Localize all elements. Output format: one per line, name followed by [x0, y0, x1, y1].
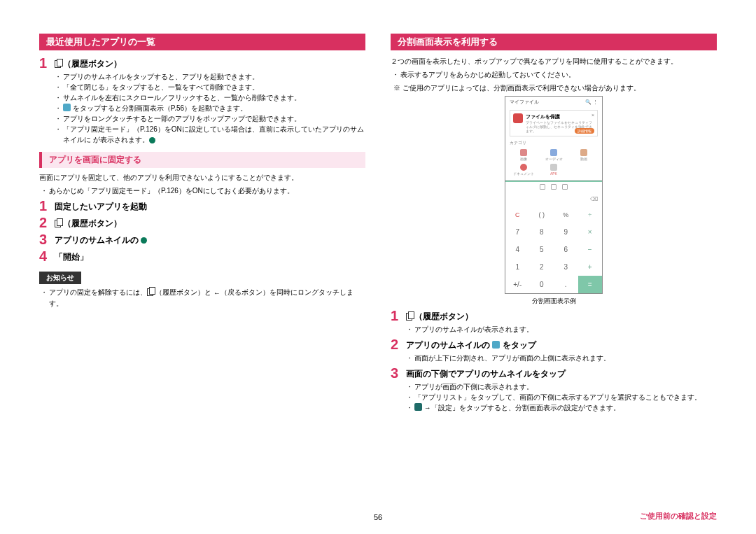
- step-title: 「開始」: [55, 251, 88, 263]
- calculator: ⌫ C( )%÷ 789× 456− 123+ +/-0.=: [505, 192, 602, 293]
- pin-step-3: 3アプリのサムネイルの: [39, 232, 365, 246]
- step-title: 画面の下側でアプリのサムネイルをタップ: [406, 368, 566, 380]
- step-number: 1: [391, 309, 406, 323]
- pin-prereq: あらかじめ「アプリ固定モード」（P.126）をONにしておく必要があります。: [42, 185, 365, 196]
- step-number: 1: [39, 199, 55, 213]
- bullet: 「全て閉じる」をタップすると、一覧をすべて削除できます。: [56, 82, 365, 92]
- section-footer: ご使用前の確認と設定: [640, 511, 717, 521]
- dock: [505, 182, 602, 192]
- bullet: アプリが画面の下側に表示されます。: [407, 381, 717, 392]
- bullet: あらかじめ「アプリ固定モード」（P.126）をONにしておく必要があります。: [42, 185, 365, 196]
- step-number: 2: [391, 337, 406, 351]
- bullet: 「アプリリスト」をタップして、画面の下側に表示するアプリを選択することもできます…: [407, 392, 717, 402]
- step-number: 3: [39, 232, 55, 246]
- pin-dot-icon: [141, 237, 147, 244]
- split-step-2: 2アプリのサムネイルの をタップ: [391, 337, 717, 351]
- menu-icon: [414, 403, 422, 411]
- bullet: 表示するアプリをあらかじめ起動しておいてください。: [393, 69, 717, 80]
- notice-label: お知らせ: [39, 272, 81, 284]
- bullet: 画面が上下に分割され、アプリが画面の上側に表示されます。: [407, 353, 717, 363]
- bullet: アプリをロングタッチすると一部のアプリをポップアップで起動できます。: [56, 113, 365, 124]
- step-title: 固定したいアプリを起動: [55, 201, 147, 213]
- close-icon: ×: [592, 113, 594, 118]
- split-step-1: 1（履歴ボタン）: [391, 309, 717, 323]
- step-number: 4: [39, 249, 55, 263]
- notice-box: お知らせ アプリの固定を解除するには、（履歴ボタン）と （戻るボタン）を同時にロ…: [39, 265, 365, 309]
- split-step-3: 3画面の下側でアプリのサムネイルをタップ: [391, 366, 717, 380]
- recents-icon: [406, 313, 414, 320]
- recents-icon: [147, 288, 155, 295]
- split-intro: ２つの画面を表示したり、ポップアップで異なるアプリを同時に使用することができます…: [391, 56, 717, 66]
- pin-step-4: 4「開始」: [39, 249, 365, 263]
- phone-title: マイファイル: [510, 99, 539, 106]
- category-row: ドキュメント APK: [505, 162, 602, 177]
- page-number: 56: [374, 513, 382, 521]
- bullet: サムネイルを左右にスクロール／フリックすると、一覧から削除できます。: [56, 92, 365, 103]
- recents-icon: [55, 60, 63, 67]
- bullet: アプリのサムネイルをタップすると、アプリを起動できます。: [56, 71, 365, 82]
- phone-icons: 🔍 ⋮: [585, 99, 598, 105]
- pin-step-1: 1固定したいアプリを起動: [39, 199, 365, 213]
- recents-icon: [55, 220, 63, 227]
- step-title: （履歴ボタン）: [406, 311, 473, 323]
- phone-mock: マイファイル 🔍 ⋮ ファイルを保護 プライベートなファイルをセキュリティフォル…: [505, 96, 603, 294]
- bullet: →「設定」をタップすると、分割画面表示の設定ができます。: [407, 402, 717, 413]
- heading-recent-apps: 最近使用したアプリの一覧: [39, 34, 365, 50]
- step-title: アプリのサムネイルの: [55, 234, 147, 246]
- bullet: をタップすると分割画面表示（P.56）を起動できます。: [56, 103, 365, 113]
- split-note-asterisk: ※ ご使用のアプリによっては、分割画面表示で利用できない場合があります。: [393, 83, 717, 93]
- step-1: 1 （履歴ボタン）: [39, 56, 365, 70]
- heading-pin-app: アプリを画面に固定する: [39, 152, 365, 168]
- step-number: 3: [391, 366, 406, 380]
- step-number: 1: [39, 56, 55, 70]
- category-row: 画像 オーディオ 動画: [505, 148, 602, 162]
- split-top-notes: 表示するアプリをあらかじめ起動しておいてください。: [393, 69, 717, 80]
- step-title: アプリのサムネイルの をタップ: [406, 339, 536, 351]
- step-number: 2: [39, 216, 55, 230]
- phone-card: ファイルを保護 プライベートなファイルをセキュリティフォルダに移動し、セキュリテ…: [510, 110, 598, 136]
- calc-display: ⌫: [505, 192, 602, 206]
- phone-caption: 分割画面表示例: [391, 297, 717, 306]
- back-icon: [214, 288, 220, 298]
- step1-bullets: アプリのサムネイルをタップすると、アプリを起動できます。 「全て閉じる」をタップ…: [56, 71, 365, 145]
- pin-dot-icon: [149, 137, 155, 143]
- card-title: ファイルを保護: [526, 113, 594, 120]
- card-button: 詳細情報: [575, 128, 594, 134]
- heading-split-screen: 分割画面表示を利用する: [391, 34, 717, 50]
- category-label: カテゴリ: [505, 139, 602, 148]
- split-icon: [63, 104, 71, 111]
- split-icon: [492, 341, 500, 349]
- phone-titlebar: マイファイル 🔍 ⋮: [505, 97, 602, 108]
- step-title: （履歴ボタン）: [55, 58, 122, 70]
- shield-icon: [513, 113, 523, 123]
- pin-intro: 画面にアプリを固定して、他のアプリを利用できないようにすることができます。: [39, 172, 365, 183]
- pin-step-2: 2（履歴ボタン）: [39, 216, 365, 230]
- bullet: アプリのサムネイルが表示されます。: [407, 324, 717, 335]
- step-title: （履歴ボタン）: [55, 218, 122, 230]
- bullet: 「アプリ固定モード」（P.126）をONに設定している場合は、直前に表示していた…: [56, 124, 365, 145]
- notice-text: アプリの固定を解除するには、（履歴ボタン）と （戻るボタン）を同時にロングタッチ…: [42, 287, 365, 309]
